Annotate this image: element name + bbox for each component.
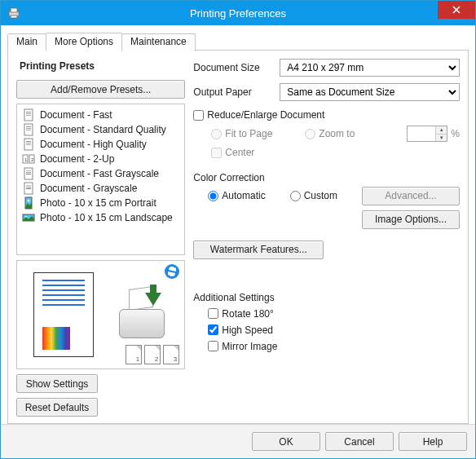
preset-item[interactable]: Document - Fast — [19, 108, 183, 122]
additional-settings-label: Additional Settings — [193, 292, 460, 303]
dialog-footer: OK Cancel Help — [1, 424, 475, 458]
document-size-select[interactable]: A4 210 x 297 mm — [280, 59, 460, 77]
close-button[interactable] — [438, 1, 475, 19]
svg-rect-20 — [26, 170, 31, 171]
two-up-icon: 12 — [22, 152, 35, 166]
doc-icon — [22, 138, 35, 151]
svg-rect-1 — [11, 8, 17, 12]
svg-point-28 — [28, 200, 30, 202]
high-speed-checkbox[interactable]: High Speed — [208, 324, 460, 336]
preset-item[interactable]: Document - Fast Grayscale — [19, 166, 183, 181]
automatic-radio[interactable]: Automatic — [208, 190, 265, 201]
zoom-spinner[interactable]: ▲▼ — [407, 126, 447, 142]
preset-item[interactable]: 12Document - 2-Up — [19, 152, 183, 166]
doc-icon — [22, 123, 35, 136]
svg-rect-4 — [26, 112, 31, 113]
photo-landscape-icon — [22, 211, 35, 224]
preset-item[interactable]: Document - Standard Quality — [19, 122, 183, 137]
image-options-button[interactable]: Image Options... — [362, 210, 460, 229]
zoom-to-radio: Zoom to — [305, 128, 355, 139]
reduce-enlarge-checkbox[interactable]: Reduce/Enlarge Document — [193, 109, 460, 121]
cancel-button[interactable]: Cancel — [325, 432, 394, 451]
svg-rect-13 — [26, 143, 31, 143]
output-paper-select[interactable]: Same as Document Size — [280, 83, 460, 101]
ok-button[interactable]: OK — [252, 432, 320, 451]
advanced-button: Advanced... — [362, 187, 460, 205]
preset-item[interactable]: Photo - 10 x 15 cm Portrait — [19, 196, 183, 210]
preview-color-swatch — [42, 327, 70, 350]
fit-to-page-radio: Fit to Page — [211, 128, 272, 139]
spin-up-icon[interactable]: ▲ — [436, 126, 447, 135]
svg-rect-10 — [26, 130, 31, 130]
watermark-features-button[interactable]: Watermark Features... — [193, 241, 324, 259]
window-title: Printing Preferences — [190, 7, 286, 20]
doc-gray-icon — [22, 182, 35, 195]
svg-rect-8 — [26, 126, 31, 127]
svg-rect-25 — [26, 187, 31, 188]
svg-rect-22 — [26, 174, 31, 174]
output-paper-label: Output Paper — [193, 86, 273, 98]
help-button[interactable]: Help — [399, 432, 467, 451]
svg-rect-12 — [26, 141, 31, 142]
tab-bar: Main More Options Maintenance — [7, 32, 469, 51]
rotate-180-checkbox[interactable]: Rotate 180° — [208, 308, 460, 320]
svg-rect-26 — [26, 188, 31, 189]
printer-app-icon — [7, 7, 20, 20]
doc-gray-icon — [22, 167, 35, 180]
percent-label: % — [451, 128, 460, 139]
svg-rect-5 — [26, 113, 31, 114]
svg-rect-14 — [26, 144, 31, 145]
duplex-badge-icon — [165, 264, 179, 279]
document-size-label: Document Size — [193, 62, 273, 73]
svg-rect-24 — [26, 185, 31, 186]
add-remove-presets-button[interactable]: Add/Remove Presets... — [16, 80, 185, 99]
presets-list[interactable]: Document - Fast Document - Standard Qual… — [16, 104, 185, 255]
preset-item[interactable]: Document - High Quality — [19, 137, 183, 152]
photo-portrait-icon — [22, 196, 35, 210]
preset-item[interactable]: Photo - 10 x 15 cm Landscape — [19, 210, 183, 225]
doc-icon — [22, 108, 35, 121]
preview-box: 1 2 3 — [16, 260, 185, 369]
preview-printer-icon — [117, 288, 168, 342]
custom-radio[interactable]: Custom — [290, 190, 337, 201]
tab-main[interactable]: Main — [7, 33, 46, 51]
svg-rect-21 — [26, 172, 31, 173]
titlebar: Printing Preferences — [1, 1, 475, 25]
preview-page — [33, 272, 94, 357]
reset-defaults-button[interactable]: Reset Defaults — [16, 398, 98, 417]
collate-preview: 1 2 3 — [126, 345, 179, 364]
spin-down-icon[interactable]: ▼ — [436, 135, 447, 142]
center-checkbox: Center — [211, 147, 254, 158]
show-settings-button[interactable]: Show Settings — [16, 374, 98, 393]
tab-pane-more-options: Printing Presets Add/Remove Presets... D… — [7, 51, 469, 424]
tab-maintenance[interactable]: Maintenance — [121, 33, 196, 51]
svg-rect-9 — [26, 128, 31, 129]
color-correction-label: Color Correction — [193, 172, 460, 183]
svg-rect-6 — [26, 115, 31, 116]
preset-item[interactable]: Document - Grayscale — [19, 181, 183, 196]
svg-rect-2 — [11, 15, 17, 18]
tab-more-options[interactable]: More Options — [46, 33, 122, 51]
printing-presets-heading: Printing Presets — [20, 60, 185, 72]
printing-preferences-window: Printing Preferences Main More Options M… — [0, 0, 476, 459]
mirror-image-checkbox[interactable]: Mirror Image — [208, 341, 460, 352]
